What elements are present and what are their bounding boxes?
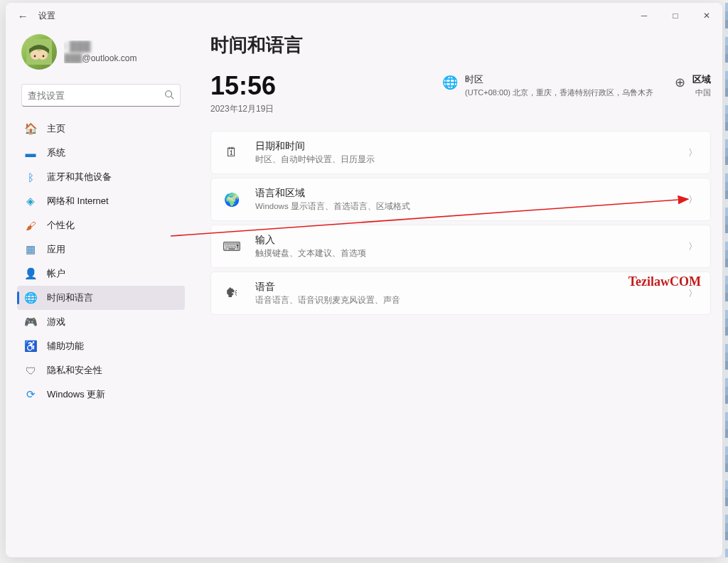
region-label: 区域 bbox=[692, 73, 711, 86]
maximize-button[interactable]: □ bbox=[660, 3, 691, 28]
sidebar-item-timelang[interactable]: 🌐时间和语言 bbox=[17, 286, 185, 310]
home-icon: 🏠 bbox=[24, 122, 37, 135]
timezone-value: (UTC+08:00) 北京，重庆，香港特别行政区，乌鲁木齐 bbox=[465, 87, 653, 98]
card-subtitle: 语音语言、语音识别麦克风设置、声音 bbox=[255, 295, 400, 306]
clock: 15:56 2023年12月19日 bbox=[210, 73, 276, 115]
svg-point-4 bbox=[43, 55, 45, 58]
card-subtitle: 时区、自动时钟设置、日历显示 bbox=[255, 154, 375, 165]
accessibility-icon: ♿ bbox=[24, 340, 37, 353]
sidebar-item-label: 时间和语言 bbox=[47, 291, 93, 304]
user-profile[interactable]: I ███ ███@outlook.com bbox=[17, 28, 185, 81]
card-title: 语言和区域 bbox=[255, 187, 410, 200]
sidebar-item-update[interactable]: ⟳Windows 更新 bbox=[17, 382, 185, 407]
wifi-icon: ◈ bbox=[24, 195, 37, 208]
search-icon bbox=[164, 90, 174, 102]
timezone-summary[interactable]: 🌐 时区 (UTC+08:00) 北京，重庆，香港特别行政区，乌鲁木齐 bbox=[442, 73, 653, 98]
sidebar-item-network[interactable]: ◈网络和 Internet bbox=[17, 189, 185, 213]
apps-icon: ▦ bbox=[24, 243, 37, 256]
card-date-time[interactable]: 🗓 日期和时间 时区、自动时钟设置、日历显示 〉 bbox=[210, 131, 711, 174]
sidebar-item-personalize[interactable]: 🖌个性化 bbox=[17, 213, 185, 237]
region-value: 中国 bbox=[692, 87, 711, 98]
chevron-right-icon: 〉 bbox=[688, 240, 697, 253]
chevron-right-icon: 〉 bbox=[688, 193, 697, 206]
update-icon: ⟳ bbox=[24, 388, 37, 401]
timezone-label: 时区 bbox=[465, 73, 653, 86]
user-email: ███@outlook.com bbox=[64, 53, 136, 63]
sidebar-item-gaming[interactable]: 🎮游戏 bbox=[17, 310, 185, 334]
sidebar-item-label: 个性化 bbox=[47, 219, 75, 232]
sidebar-item-label: 主页 bbox=[47, 122, 65, 135]
sidebar-item-label: 应用 bbox=[47, 243, 65, 256]
current-time: 15:56 bbox=[210, 73, 276, 99]
brush-icon: 🖌 bbox=[24, 219, 37, 232]
card-subtitle: 触摸键盘、文本建议、首选项 bbox=[255, 248, 366, 259]
speech-icon: 🗣 bbox=[224, 286, 240, 301]
current-date: 2023年12月19日 bbox=[210, 103, 276, 115]
search-input-wrapper[interactable] bbox=[21, 84, 181, 107]
person-icon: 👤 bbox=[24, 267, 37, 280]
svg-point-5 bbox=[166, 90, 172, 97]
close-button[interactable]: ✕ bbox=[691, 3, 722, 28]
keyboard-icon: ⌨ bbox=[224, 239, 240, 254]
chevron-right-icon: 〉 bbox=[688, 146, 697, 159]
sidebar-item-label: 网络和 Internet bbox=[47, 195, 109, 208]
sidebar-item-home[interactable]: 🏠主页 bbox=[17, 117, 185, 141]
region-icon: ⊕ bbox=[675, 75, 685, 90]
sidebar-item-label: 系统 bbox=[47, 146, 65, 159]
summary-row: 15:56 2023年12月19日 🌐 时区 (UTC+08:00) 北京，重庆… bbox=[210, 73, 711, 115]
sidebar-item-bluetooth[interactable]: ᛒ蓝牙和其他设备 bbox=[17, 165, 185, 189]
sidebar-item-label: 辅助功能 bbox=[47, 340, 84, 353]
sidebar-item-accessibility[interactable]: ♿辅助功能 bbox=[17, 334, 185, 358]
sidebar-item-label: 帐户 bbox=[47, 267, 65, 280]
page-title: 时间和语言 bbox=[210, 33, 711, 58]
user-name: I ███ bbox=[64, 41, 136, 52]
language-icon: 🌍 bbox=[224, 192, 240, 208]
card-title: 输入 bbox=[255, 234, 366, 247]
card-language-region[interactable]: 🌍 语言和区域 Windows 显示语言、首选语言、区域格式 〉 bbox=[210, 178, 711, 221]
sidebar-item-accounts[interactable]: 👤帐户 bbox=[17, 262, 185, 286]
sidebar-item-system[interactable]: ▬系统 bbox=[17, 141, 185, 165]
sidebar-item-label: Windows 更新 bbox=[47, 388, 105, 401]
gamepad-icon: 🎮 bbox=[24, 316, 37, 328]
svg-point-3 bbox=[34, 55, 36, 58]
calendar-clock-icon: 🗓 bbox=[224, 145, 240, 160]
card-subtitle: Windows 显示语言、首选语言、区域格式 bbox=[255, 201, 410, 212]
svg-line-6 bbox=[171, 96, 174, 99]
card-input[interactable]: ⌨ 输入 触摸键盘、文本建议、首选项 〉 bbox=[210, 225, 711, 268]
globe-clock-icon: 🌐 bbox=[24, 291, 37, 304]
shield-icon: 🛡 bbox=[24, 364, 37, 377]
sidebar-item-label: 隐私和安全性 bbox=[47, 364, 102, 377]
sidebar: I ███ ███@outlook.com 🏠主页 ▬系统 ᛒ蓝牙和其他设备 ◈… bbox=[6, 28, 191, 557]
minimize-button[interactable]: ─ bbox=[628, 3, 660, 28]
titlebar: ← 设置 ─ □ ✕ bbox=[6, 3, 722, 28]
app-title: 设置 bbox=[38, 10, 55, 22]
sidebar-item-label: 蓝牙和其他设备 bbox=[47, 171, 112, 183]
background-strip bbox=[725, 3, 728, 557]
search-input[interactable] bbox=[28, 90, 164, 101]
card-title: 语音 bbox=[255, 281, 400, 294]
system-icon: ▬ bbox=[24, 146, 37, 159]
svg-point-2 bbox=[38, 50, 48, 60]
watermark: TezilawCOM bbox=[628, 274, 701, 289]
nav: 🏠主页 ▬系统 ᛒ蓝牙和其他设备 ◈网络和 Internet 🖌个性化 ▦应用 … bbox=[17, 117, 185, 407]
sidebar-item-apps[interactable]: ▦应用 bbox=[17, 237, 185, 262]
globe-icon: 🌐 bbox=[442, 75, 458, 98]
avatar bbox=[21, 34, 57, 70]
avatar-image bbox=[26, 39, 52, 65]
bluetooth-icon: ᛒ bbox=[24, 171, 37, 183]
back-button[interactable]: ← bbox=[14, 10, 31, 22]
main-content: 时间和语言 15:56 2023年12月19日 🌐 时区 (UTC+08:00)… bbox=[191, 28, 722, 557]
sidebar-item-privacy[interactable]: 🛡隐私和安全性 bbox=[17, 358, 185, 382]
sidebar-item-label: 游戏 bbox=[47, 316, 65, 328]
region-summary[interactable]: ⊕ 区域 中国 bbox=[675, 73, 711, 98]
card-title: 日期和时间 bbox=[255, 140, 375, 153]
